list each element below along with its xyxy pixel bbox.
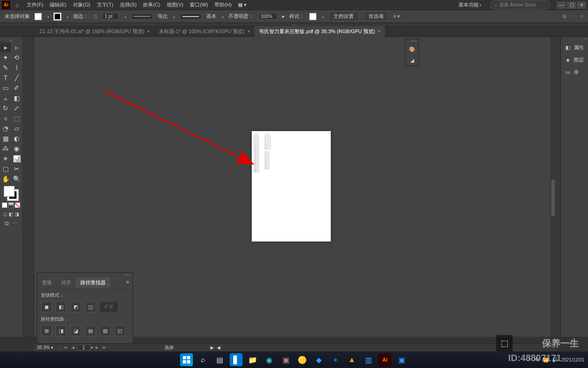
transform-panel-icon[interactable]: ⊞ [562,13,566,19]
preferences-button[interactable]: 首选项 [363,12,389,21]
rotate-tool[interactable]: ↻ [0,103,11,113]
tab-transform[interactable]: 变换 [37,277,57,288]
stroke-swatch[interactable] [54,13,61,20]
fill-dropdown-icon[interactable] [46,14,49,19]
stroke-profile[interactable] [131,13,153,20]
menu-edit[interactable]: 编辑(E) [50,1,67,8]
exclude-button[interactable]: ◫ [85,301,96,312]
minus-back-button[interactable]: ◰ [114,325,125,336]
brush-dropdown[interactable] [221,14,224,19]
edge-icon[interactable]: ◉ [263,353,276,366]
opacity-slider-icon[interactable]: ▸ [282,13,285,19]
close-button[interactable]: ✕ [577,1,586,9]
brush-tool[interactable]: ✐ [11,83,22,93]
draw-normal-icon[interactable]: ◻ [3,212,7,217]
free-transform-tool[interactable]: ⬚ [11,113,22,123]
scroll-right-icon[interactable]: ◀ [217,345,220,350]
system-tray[interactable]: ⌃ 中 📶 🔊 2021/12/31 [527,356,584,363]
taskbar-app-2[interactable]: ▣ [279,353,292,366]
home-icon[interactable]: ⌂ [13,1,21,9]
arrange-icon[interactable]: ▦ ▾ [238,2,247,8]
eyedropper-tool[interactable]: ⁂ [0,144,11,154]
fill-swatch[interactable] [34,13,42,20]
draw-behind-icon[interactable]: ◧ [9,212,13,217]
color-panel-icon[interactable]: 🎨 [406,44,418,55]
stroke-dropdown-icon[interactable] [66,14,68,19]
right-collapse[interactable]: » [561,37,588,41]
search-input[interactable]: ⌕ 搜索 Adobe Stock [491,0,550,10]
curvature-tool[interactable]: ⌇ [11,63,22,73]
lasso-tool[interactable]: ⟲ [11,52,22,63]
first-artboard-button[interactable]: ⏮ [62,345,69,351]
document-tab-3[interactable]: 韦氏智力量表完整版.pdf @ 38.3% (RGB/GPU 预览)× [254,26,385,37]
start-button[interactable] [180,353,193,366]
ime-indicator[interactable]: 中 [535,356,539,363]
gradient-mode[interactable] [8,202,14,208]
chrome-icon[interactable]: 🟡 [296,353,309,366]
pathfinder-panel[interactable]: ‹‹ × 变换 对齐 路径查找器 ≡ 形状模式： ◼ ◧ ◩ ◫ 扩展 路径查找… [37,272,133,344]
collapsed-panel-strip[interactable] [22,37,34,337]
menu-file[interactable]: 文件(F) [27,1,43,8]
close-icon[interactable]: × [378,29,380,34]
prev-artboard-button[interactable]: ◀ [70,345,76,351]
symbol-tool[interactable]: ✶ [0,154,11,164]
horizontal-scrollbar[interactable]: ▶◀ [210,345,220,350]
close-icon[interactable]: × [147,29,150,34]
width-tool[interactable]: ⟐ [0,113,11,123]
shaper-tool[interactable]: ⟁ [0,93,11,103]
tray-expand-icon[interactable]: ⌃ [527,357,531,362]
menu-window[interactable]: 窗口(W) [190,1,208,8]
pen-tool[interactable]: ✎ [0,63,11,73]
artboard-tool[interactable]: ▢ [0,164,11,174]
slice-tool[interactable]: ✂ [11,164,22,174]
stroke-weight-dropdown-icon[interactable] [124,14,126,19]
rectangle-tool[interactable]: ▭ [0,83,11,93]
misc-icon[interactable]: ⋯ [571,13,576,19]
clock[interactable]: 2021/12/31 [561,357,584,362]
gradient-panel-icon[interactable]: ◢ [406,55,418,66]
floating-color-panel[interactable]: « × 🎨 ◢ [405,39,419,66]
minimize-button[interactable]: — [557,1,566,9]
taskbar-app-3[interactable]: ◆ [312,353,325,366]
align-icon[interactable]: ¤ ▾ [393,13,400,19]
taskbar-app-5[interactable]: ▲ [345,353,358,366]
type-tool[interactable]: T [0,73,11,83]
artboard-dropdown-icon[interactable]: ▾ [91,345,93,350]
outline-button[interactable]: ▧ [100,325,111,336]
unite-button[interactable]: ◼ [41,301,52,312]
magic-wand-tool[interactable]: ✦ [0,52,11,63]
fill-color[interactable] [4,186,15,197]
graph-tool[interactable]: 📊 [11,154,22,164]
menu-select[interactable]: 选择(S) [120,1,137,8]
illustrator-taskbar-icon[interactable]: Ai [379,353,391,366]
hand-tool[interactable]: ✋ [0,174,11,184]
panel-menu-icon[interactable]: ≡ [581,13,583,19]
color-mode[interactable] [2,202,7,208]
stepper-icon[interactable]: ⮁ [93,14,98,19]
zoom-tool[interactable]: 🔍 [11,174,22,184]
intersect-button[interactable]: ◩ [70,301,81,312]
scale-tool[interactable]: ⤢ [11,103,22,113]
trim-button[interactable]: ◨ [56,325,67,336]
workspace-selector[interactable]: 基本功能 [457,0,488,9]
panel-collapse-icon[interactable]: ‹‹ × [37,273,133,277]
direct-selection-tool[interactable]: ▹ [11,42,22,52]
taskbar-app-6[interactable]: ▥ [362,353,375,366]
properties-panel-button[interactable]: ◧属性 [561,41,588,54]
scrollbar-thumb[interactable] [551,179,555,216]
merge-button[interactable]: ◪ [70,325,81,336]
draw-inside-icon[interactable]: ◨ [15,212,19,217]
fill-stroke-swatch[interactable] [4,186,18,201]
screen-mode-icon[interactable]: ⊡ [5,220,9,226]
blend-tool[interactable]: ◉ [11,144,22,154]
search-button[interactable]: ⌕ [197,353,209,366]
volume-icon[interactable]: 🔊 [552,357,558,362]
close-icon[interactable]: × [248,29,250,34]
divide-button[interactable]: ⊞ [41,325,52,336]
taskbar-app-7[interactable]: ▣ [395,353,408,366]
shape-builder-tool[interactable]: ◔ [0,123,11,133]
menu-effect[interactable]: 效果(C) [143,1,160,8]
next-artboard-button[interactable]: ▶ [94,345,100,351]
artboard-input[interactable] [77,345,90,351]
style-dropdown[interactable] [321,14,324,19]
